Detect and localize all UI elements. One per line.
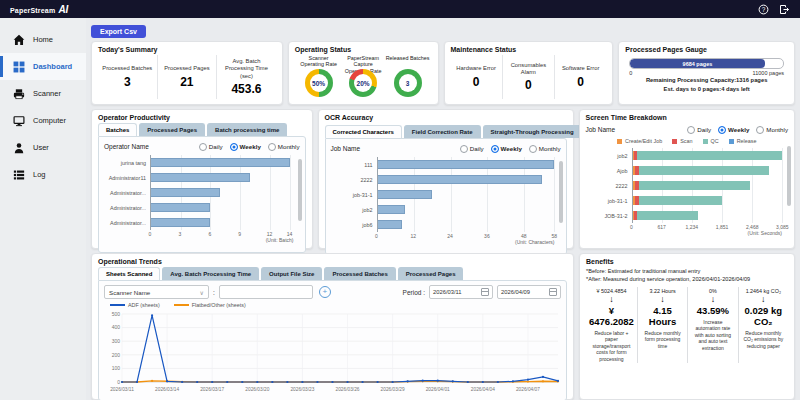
sidebar-item-scanner[interactable]: Scanner <box>0 80 86 107</box>
radio-dot-icon <box>268 143 276 151</box>
card-title: OCR Accuracy <box>325 114 567 121</box>
down-arrow-icon: ↓ <box>711 294 716 305</box>
donut-chart: 50% <box>305 69 333 97</box>
sidebar-item-label: Dashboard <box>33 62 72 71</box>
legend-item-scan: Scan <box>672 138 692 144</box>
app-logo: PaperStream AI <box>10 4 68 15</box>
period-radio-group: DailyWeeklyMonthly <box>460 145 561 153</box>
tab-corrected-characters[interactable]: Corrected Characters <box>325 125 402 138</box>
benefit-cost: ¥ 5024.4854 ↓ ¥ 6476.2082 Reduce labor +… <box>586 287 638 363</box>
metric-value: 0 <box>473 75 480 89</box>
legend-item-create-edit-job: Create/Edit Job <box>617 138 662 144</box>
user-icon <box>13 142 25 154</box>
logo-mark: AI <box>58 4 68 15</box>
operating-status-card: Operating Status Scanner Operating Rate … <box>288 41 439 105</box>
tab-processed-batches[interactable]: Processed Batches <box>324 267 395 280</box>
bar <box>151 173 250 182</box>
donut-psc-operating-rate: PaperStream Capture Operating Rate 20% <box>341 55 385 97</box>
sidebar-item-home[interactable]: Home <box>0 26 86 53</box>
period-from-input[interactable]: 2026/03/11 <box>429 285 493 299</box>
bar <box>151 158 290 167</box>
svg-text:0: 0 <box>117 379 120 385</box>
operator-name-filter[interactable]: Operator Name <box>104 143 149 150</box>
logout-icon[interactable] <box>779 4 790 15</box>
sidebar: Home Dashboard Scanner Computer User Log <box>0 18 86 400</box>
dashboard-icon <box>13 61 25 73</box>
down-arrow-icon: ↓ <box>660 294 665 305</box>
bar-label: Ajob <box>586 163 632 178</box>
bar <box>378 220 402 229</box>
maintenance-status-card: Maintenance Status Hardware Error 0 Cons… <box>444 41 614 105</box>
export-csv-button[interactable]: Export Csv <box>91 25 146 38</box>
radio-monthly[interactable]: Monthly <box>268 143 300 151</box>
scanner-name-select[interactable]: Scanner Name ∨ <box>104 285 209 299</box>
legend-item-flatbed-other-sheets: Flatbed/Other (sheets) <box>174 302 246 308</box>
radio-daily[interactable]: Daily <box>460 145 484 153</box>
sidebar-item-dashboard[interactable]: Dashboard <box>0 53 86 80</box>
job-name-filter[interactable]: Job Name <box>331 145 361 152</box>
bar-label: jurina tang <box>104 155 150 170</box>
bar-label: job2 <box>586 148 632 163</box>
tab-batches[interactable]: Batches <box>98 123 137 136</box>
sidebar-item-log[interactable]: Log <box>0 161 86 188</box>
down-arrow-icon: ↓ <box>609 294 614 305</box>
card-title: Screen Time Breakdown <box>586 114 789 121</box>
help-icon[interactable]: ? <box>758 4 769 15</box>
stacked-bar <box>633 211 789 220</box>
gauge-min-label: 0 <box>629 70 632 76</box>
chart-scrollbar[interactable] <box>787 146 791 206</box>
chart-scrollbar[interactable] <box>559 161 563 223</box>
svg-text:?: ? <box>762 5 766 12</box>
donut-chart: 3 <box>394 69 422 97</box>
sidebar-item-user[interactable]: User <box>0 134 86 161</box>
tab-processed-pages[interactable]: Processed Pages <box>139 123 205 136</box>
screen-time-legend: Create/Edit JobScanQCRelease <box>586 136 789 146</box>
processed-pages-gauge-card: Processed Pages Gauge 9684 pages 0 11000… <box>618 41 795 105</box>
topbar: PaperStream AI ? <box>0 0 800 18</box>
metric-software-error: Software Error 0 <box>555 55 606 99</box>
bar-label: job-31-1 <box>586 193 632 208</box>
radio-dot-icon <box>529 145 537 153</box>
period-to-input[interactable]: 2026/04/09 <box>497 285 561 299</box>
add-filter-button[interactable]: + <box>319 286 331 298</box>
tab-straight-through-processing[interactable]: Straight-Through Processing <box>483 125 582 138</box>
tab-batch-processing-time[interactable]: Batch processing time <box>207 123 287 136</box>
radio-dot-icon <box>460 145 468 153</box>
svg-text:300: 300 <box>112 338 121 344</box>
sidebar-item-computer[interactable]: Computer <box>0 107 86 134</box>
metric-processed-batches: Processed Batches 3 <box>98 55 158 99</box>
radio-daily[interactable]: Daily <box>687 126 711 134</box>
tab-avg-batch-processing-time[interactable]: Avg. Batch Processing Time <box>162 267 259 280</box>
bar <box>378 175 543 184</box>
radio-weekly[interactable]: Weekly <box>491 145 522 153</box>
radio-monthly[interactable]: Monthly <box>756 126 788 134</box>
stacked-bar <box>633 166 789 175</box>
radio-monthly[interactable]: Monthly <box>529 145 561 153</box>
main-content: Export Csv Today's Summary Processed Bat… <box>86 18 800 400</box>
app-window: PaperStream AI ? Home Dashboard <box>0 0 800 400</box>
svg-text:2026/03/29: 2026/03/29 <box>381 387 405 392</box>
sidebar-item-label: Computer <box>33 116 66 125</box>
svg-text:2026/04/01: 2026/04/01 <box>426 387 450 392</box>
legend-swatch-icon <box>174 304 189 306</box>
card-title: Maintenance Status <box>451 46 607 53</box>
card-title: Operational Trends <box>98 258 567 265</box>
legend-item-qc: QC <box>703 138 719 144</box>
job-name-filter[interactable]: Job Name <box>586 126 616 133</box>
screen-time-breakdown-card: Screen Time Breakdown Job Name DailyWeek… <box>579 109 796 249</box>
tab-field-correction-rate[interactable]: Field Correction Rate <box>404 125 481 138</box>
tab-sheets-scanned[interactable]: Sheets Scanned <box>98 267 160 280</box>
tab-output-file-size[interactable]: Output File Size <box>261 267 322 280</box>
radio-weekly[interactable]: Weekly <box>230 143 261 151</box>
operational-trends-card: Operational Trends Sheets ScannedAvg. Ba… <box>91 253 574 400</box>
benefits-note-before: *Before: Estimated for traditional manua… <box>586 267 788 275</box>
radio-weekly[interactable]: Weekly <box>718 126 749 134</box>
card-title: Operating Status <box>295 46 432 53</box>
legend-swatch-icon <box>703 139 708 144</box>
metric-value: 453.6 <box>231 82 261 96</box>
radio-daily[interactable]: Daily <box>199 143 223 151</box>
scanner-filter-input[interactable] <box>219 285 313 299</box>
tab-processed-pages[interactable]: Processed Pages <box>398 267 464 280</box>
chart-scrollbar[interactable] <box>298 159 302 221</box>
bar-label: Administrator11 <box>104 170 150 185</box>
